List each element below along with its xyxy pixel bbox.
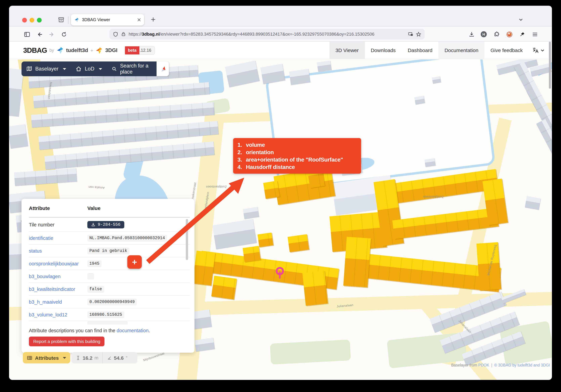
browser-window: 3DBAG Viewer xyxy=(9,6,552,380)
selected-building[interactable] xyxy=(302,271,328,306)
nav-3d-viewer[interactable]: 3D Viewer xyxy=(329,42,365,59)
maximize-window-button[interactable] xyxy=(37,18,42,22)
attr-key-link[interactable]: b3_volume_lod12 xyxy=(29,312,87,317)
forward-button[interactable] xyxy=(48,31,55,38)
attr-key-link[interactable]: b3_kwaliteitsindicator xyxy=(29,286,87,292)
annotation-text: volume xyxy=(246,141,265,149)
tudelft3d-logo-icon xyxy=(56,46,64,54)
reload-button[interactable] xyxy=(60,31,67,38)
attr-key-link[interactable]: b3_bouwlagen xyxy=(29,274,87,279)
bookmark-star-icon[interactable] xyxy=(416,32,421,37)
divider xyxy=(68,16,68,24)
chevron-down-icon xyxy=(63,357,66,359)
table-grid-icon xyxy=(27,355,32,360)
street-label: Zuidplantsoen xyxy=(206,185,227,188)
attr-key-link[interactable]: oorspronkelijkbouwjaar xyxy=(29,261,87,266)
selected-building[interactable] xyxy=(193,250,215,285)
account-extension-avatar[interactable]: H xyxy=(480,31,487,38)
nav-dashboard[interactable]: Dashboard xyxy=(402,42,439,59)
street-label: Zuidplantsoen xyxy=(423,195,444,198)
map-building xyxy=(225,60,259,87)
page-scrollbar[interactable] xyxy=(549,42,551,89)
angle-readout: 54.6 ° xyxy=(102,352,132,363)
pdok-link[interactable]: PDOK xyxy=(478,363,489,367)
tudelft3d-label[interactable]: tudelft3d xyxy=(66,47,88,53)
selected-building[interactable] xyxy=(243,246,261,262)
attr-value xyxy=(87,273,94,280)
selected-building[interactable] xyxy=(258,233,273,247)
nav-downloads[interactable]: Downloads xyxy=(365,42,402,59)
report-problem-button[interactable]: Report a problem with this building xyxy=(29,337,105,346)
tab-overflow-chevron-icon[interactable] xyxy=(517,16,524,23)
new-tab-button[interactable] xyxy=(150,16,157,23)
menu-hamburger-icon[interactable] xyxy=(531,31,539,38)
attr-value: Pand in gebruik xyxy=(87,247,129,254)
by-label: by xyxy=(49,48,54,53)
attr-key-link[interactable]: b3_h_maaiveld xyxy=(29,299,87,305)
close-window-button[interactable] xyxy=(22,18,27,22)
extensions-puzzle-icon[interactable] xyxy=(493,31,500,38)
panel-scrollbar[interactable] xyxy=(186,219,188,260)
map-park xyxy=(270,340,351,365)
map-toolbar: Baselayer LoD Search for a place xyxy=(22,62,157,76)
street-label: Mijnbouwstraat xyxy=(143,351,165,362)
chevron-down-icon xyxy=(540,48,545,52)
attr-value: 1945 xyxy=(87,260,101,267)
selected-building[interactable] xyxy=(288,234,309,252)
url-text: https://3dbag.nl/en/viewer?rdx=85283.345… xyxy=(129,32,405,37)
url-bar[interactable]: https://3dbag.nl/en/viewer?rdx=85283.345… xyxy=(109,29,425,39)
chevron-down-icon xyxy=(63,68,66,70)
plus-label: + xyxy=(90,47,93,53)
site-logo-3dbag[interactable]: 3DBAG xyxy=(23,46,47,54)
avatar-letter: H xyxy=(482,32,485,36)
duckduckgo-icon[interactable] xyxy=(506,31,513,38)
baselayer-button[interactable]: Baselayer xyxy=(35,66,58,72)
map-canvas[interactable]: Nassaulaan Nassaulaan Frederik Hendrikst… xyxy=(9,59,552,380)
attributes-toggle-button[interactable]: Attributes xyxy=(23,352,70,363)
3dgi-label[interactable]: 3DGI xyxy=(105,47,118,53)
tab-title: 3DBAG Viewer xyxy=(82,17,135,22)
attr-value: false xyxy=(87,286,104,292)
chevron-down-icon xyxy=(99,68,102,70)
copyright-link[interactable]: © 3DBAG by tudelft3d and 3DGI xyxy=(494,363,550,367)
tile-number-pill[interactable]: 9-284-556 xyxy=(87,221,124,228)
attr-key-link[interactable]: identificatie xyxy=(29,235,87,241)
table-row: b3_bouwlagen xyxy=(29,270,190,283)
selected-building[interactable] xyxy=(263,181,280,199)
downloads-icon[interactable] xyxy=(468,31,475,38)
brand-block: 3DBAG by tudelft3d + 3DGI v2024.12.16 be… xyxy=(9,42,155,59)
nav-give-feedback[interactable]: Give feedback xyxy=(485,42,529,59)
documentation-link[interactable]: documentation xyxy=(117,328,149,333)
table-row: b3_kwaliteitsindicator false xyxy=(29,283,190,296)
pin-tab-icon[interactable] xyxy=(518,31,526,38)
back-button[interactable] xyxy=(36,31,43,38)
map-attribution: Baselayer from PDOK | © 3DBAG by tudelft… xyxy=(451,363,550,367)
baselayer-map-icon xyxy=(26,66,32,72)
sidebar-toggle-icon[interactable] xyxy=(23,31,31,38)
selected-building[interactable] xyxy=(211,276,237,299)
search-input[interactable]: Search for a place xyxy=(120,63,152,75)
map-building xyxy=(525,196,541,210)
minimize-window-button[interactable] xyxy=(30,18,34,22)
nav-documentation[interactable]: Documentation xyxy=(438,42,485,59)
tracking-shield-icon[interactable] xyxy=(113,32,118,37)
compass-button[interactable] xyxy=(157,62,169,76)
annotation-number: 1. xyxy=(237,141,246,149)
site-nav: 3D Viewer Downloads Dashboard Documentat… xyxy=(329,42,552,59)
annotation-number: 3. xyxy=(237,156,246,163)
site-header: 3DBAG by tudelft3d + 3DGI v2024.12.16 be… xyxy=(9,42,552,59)
picture-in-picture-icon[interactable] xyxy=(408,32,413,37)
column-attribute: Attribute xyxy=(29,205,87,211)
close-tab-icon[interactable] xyxy=(137,18,141,22)
lock-icon[interactable] xyxy=(121,32,126,37)
archive-tabs-icon[interactable] xyxy=(57,16,65,23)
language-switcher[interactable] xyxy=(529,42,552,59)
table-row-clipped xyxy=(29,321,190,325)
browser-tab[interactable]: 3DBAG Viewer xyxy=(71,14,144,25)
angle-icon xyxy=(107,355,112,360)
selected-building[interactable] xyxy=(343,237,371,287)
expand-attributes-button[interactable]: + xyxy=(127,255,142,269)
attr-key-link[interactable]: status xyxy=(29,248,87,253)
lod-button[interactable]: LoD xyxy=(85,66,94,72)
map-building xyxy=(194,338,215,352)
